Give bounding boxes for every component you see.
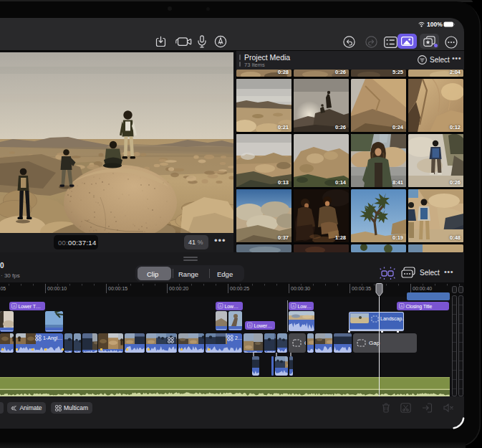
svg-text:A: A [400,304,403,308]
svg-text:A: A [249,323,251,328]
svg-text:A: A [219,304,222,308]
svg-text:A: A [292,304,295,308]
svg-text:A: A [13,304,16,308]
